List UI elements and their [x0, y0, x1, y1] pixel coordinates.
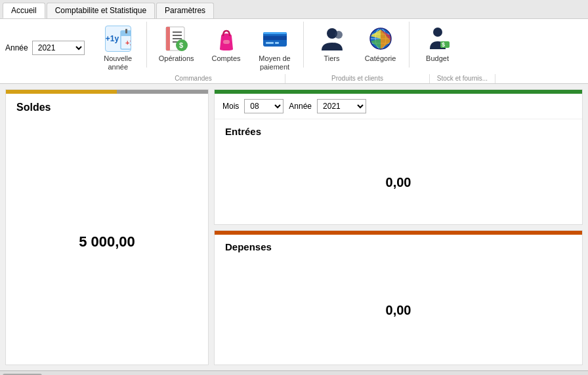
- comptes-icon-wrapper: [212, 24, 241, 53]
- svg-rect-16: [263, 36, 287, 40]
- comptes-button[interactable]: Comptes: [203, 22, 249, 66]
- entrees-title: Entrées: [215, 119, 582, 141]
- tab-accueil[interactable]: Accueil: [3, 3, 45, 18]
- moyen-paiement-icon: [261, 24, 289, 53]
- entrees-panel: Mois 08 01020304 050607 09101112 Année 2…: [214, 89, 583, 225]
- svg-rect-14: [223, 40, 230, 44]
- group-labels: Commandes Produits et clients Stock et f…: [0, 74, 588, 84]
- tiers-icon-wrapper: [318, 24, 346, 53]
- svg-rect-2: [121, 34, 131, 36]
- tiers-icon: [318, 24, 346, 53]
- svg-rect-19: [263, 32, 287, 34]
- comptes-icon: [212, 24, 241, 53]
- svg-text:$: $: [442, 41, 445, 48]
- tiers-label: Tiers: [324, 54, 339, 63]
- year-section: Année 2021 2020 2022: [5, 22, 85, 74]
- tab-bar: Accueil Comptabilite et Statistique Para…: [0, 0, 588, 19]
- toolbar-area: Année 2021 2020 2022: [0, 19, 588, 84]
- toolbar-buttons: +1y Nouvelleannée: [95, 22, 461, 74]
- annee-label-entrees: Année: [289, 102, 312, 111]
- nouvelle-annee-button[interactable]: +1y Nouvelleannée: [95, 22, 141, 74]
- svg-point-28: [433, 28, 442, 37]
- moyen-paiement-icon-wrapper: [261, 24, 289, 53]
- svg-rect-4: [125, 29, 127, 33]
- tab-parametres[interactable]: Paramètres: [156, 3, 214, 18]
- svg-text:$: $: [179, 41, 183, 49]
- budget-icon-wrapper: $: [423, 24, 452, 53]
- categorie-icon: [366, 24, 395, 53]
- separator-1: [146, 22, 147, 68]
- operations-label: Opérations: [159, 54, 194, 63]
- budget-label: Budget: [426, 54, 449, 63]
- categorie-button[interactable]: Catégorie: [358, 22, 404, 66]
- separator-3: [409, 22, 410, 68]
- annee-select-entrees[interactable]: 2021 2020 2022: [317, 99, 366, 113]
- soldes-value: 5 000,00: [6, 119, 208, 365]
- operations-icon: $: [162, 24, 191, 53]
- group-label-commandes: Commandes: [102, 74, 285, 83]
- soldes-title: Soldes: [6, 94, 208, 119]
- comptes-label: Comptes: [212, 54, 241, 63]
- budget-button[interactable]: $ Budget: [415, 22, 461, 66]
- year-select[interactable]: 2021 2020 2022: [32, 41, 85, 55]
- separator-2: [303, 22, 304, 68]
- right-panels: Mois 08 01020304 050607 09101112 Année 2…: [214, 89, 583, 365]
- svg-text:+1y: +1y: [125, 39, 131, 47]
- bottom-scrollbar[interactable]: [0, 370, 588, 375]
- group-label-produits: Produits et clients: [285, 74, 430, 83]
- year-label: Année: [5, 43, 28, 52]
- svg-rect-18: [275, 42, 279, 44]
- mois-label: Mois: [222, 102, 239, 111]
- entrees-value: 0,00: [215, 141, 582, 224]
- main-content: Soldes 5 000,00 Mois 08 01020304 050607 …: [0, 84, 588, 370]
- operations-icon-wrapper: $: [162, 24, 191, 53]
- toolbar-row: Année 2021 2020 2022: [0, 19, 588, 74]
- svg-rect-17: [266, 42, 274, 44]
- nouvelle-annee-svg: +1y: [119, 26, 131, 52]
- tab-comptabilite[interactable]: Comptabilite et Statistique: [47, 3, 155, 18]
- svg-point-21: [335, 31, 343, 39]
- categorie-icon-wrapper: [366, 24, 395, 53]
- moyen-paiement-button[interactable]: Moyen depaiement: [252, 22, 298, 74]
- depenses-title: Depenses: [215, 235, 582, 256]
- group-label-stock: Stock et fournis...: [430, 74, 495, 83]
- svg-rect-7: [166, 27, 170, 50]
- entrees-header: Mois 08 01020304 050607 09101112 Année 2…: [215, 94, 582, 119]
- categorie-label: Catégorie: [365, 54, 396, 63]
- nouvelle-annee-icon-wrapper: +1y: [104, 24, 133, 53]
- nouvelle-annee-icon: +1y: [105, 26, 131, 52]
- nouvelle-annee-label: Nouvelleannée: [104, 54, 132, 71]
- depenses-value: 0,00: [215, 256, 582, 365]
- moyen-paiement-label: Moyen depaiement: [259, 54, 290, 71]
- mois-select[interactable]: 08 01020304 050607 09101112: [244, 99, 284, 113]
- depenses-panel: Depenses 0,00: [214, 230, 583, 366]
- tiers-button[interactable]: Tiers: [309, 22, 355, 66]
- operations-button[interactable]: $ Opérations: [152, 22, 201, 66]
- budget-icon: $: [423, 24, 452, 53]
- soldes-panel: Soldes 5 000,00: [5, 89, 209, 365]
